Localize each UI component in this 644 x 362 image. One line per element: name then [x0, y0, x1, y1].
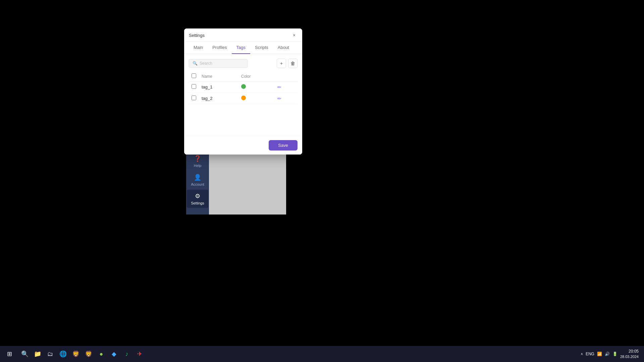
- battery-icon: 🔋: [612, 352, 618, 356]
- header-name: Name: [199, 71, 238, 81]
- tags-table: Name Color tag_1 ✏ tag_2: [189, 71, 298, 104]
- taskbar-app3[interactable]: ✈: [133, 348, 146, 360]
- taskbar-spotify[interactable]: ♪: [121, 348, 133, 360]
- table-header-row: Name Color: [189, 71, 298, 81]
- taskbar-brave2[interactable]: 🦁: [83, 348, 95, 360]
- tab-profiles[interactable]: Profiles: [208, 42, 231, 54]
- taskbar-icons: 🔍 📁 🗂 🌐 🦁 🦁 ● ◆ ♪ ✈: [19, 348, 146, 360]
- dialog-titlebar: Settings ×: [184, 28, 302, 42]
- taskbar: ⊞ 🔍 📁 🗂 🌐 🦁 🦁 ● ◆ ♪ ✈ ∧ ENG 📶 🔊 🔋 20:05 …: [0, 346, 644, 362]
- search-input[interactable]: [200, 61, 244, 66]
- wifi-icon: 📶: [597, 352, 602, 356]
- row-checkbox-cell: [189, 93, 199, 104]
- taskbar-clock: 20:05 28.03.2024: [620, 349, 639, 359]
- row-name-1: tag_2: [199, 93, 238, 104]
- dialog-title: Settings: [189, 33, 205, 38]
- row-checkbox-1[interactable]: [192, 96, 196, 100]
- save-button[interactable]: Save: [269, 140, 298, 150]
- edit-icon-1[interactable]: ✏: [277, 96, 281, 101]
- edit-icon-0[interactable]: ✏: [277, 84, 281, 90]
- taskbar-right: ∧ ENG 📶 🔊 🔋 20:05 28.03.2024: [581, 349, 641, 359]
- table-row: tag_2 ✏: [189, 93, 298, 104]
- row-checkbox-cell: [189, 81, 199, 93]
- row-edit-1[interactable]: ✏: [275, 93, 298, 104]
- taskbar-lang: ENG: [586, 352, 594, 356]
- row-checkbox-0[interactable]: [192, 84, 196, 89]
- taskbar-search[interactable]: 🔍: [19, 348, 31, 360]
- tab-tags[interactable]: Tags: [232, 42, 250, 54]
- header-checkbox-cell: [189, 71, 199, 81]
- add-tag-button[interactable]: +: [277, 59, 286, 68]
- tray-area: ∧ ENG 📶 🔊 🔋: [581, 352, 618, 356]
- tabs-container: Main Profiles Tags Scripts About: [184, 42, 302, 54]
- dialog-overlay: Settings × Main Profiles Tags Scripts Ab…: [0, 0, 644, 349]
- speaker-icon[interactable]: 🔊: [605, 352, 610, 356]
- taskbar-chrome[interactable]: 🌐: [57, 348, 69, 360]
- dialog-content: 🔍 + 🗑 Name Color: [184, 54, 302, 109]
- header-color: Color: [238, 71, 275, 81]
- taskbar-brave[interactable]: 🦁: [70, 348, 82, 360]
- settings-dialog: Settings × Main Profiles Tags Scripts Ab…: [184, 28, 302, 155]
- taskbar-files[interactable]: 📁: [32, 348, 44, 360]
- row-color-0: [238, 81, 275, 93]
- select-all-checkbox[interactable]: [192, 73, 196, 78]
- tab-main[interactable]: Main: [189, 42, 208, 54]
- header-actions: [275, 71, 298, 81]
- close-button[interactable]: ×: [291, 32, 298, 39]
- taskbar-date-display: 28.03.2024: [620, 354, 639, 359]
- search-actions: + 🗑: [277, 59, 298, 68]
- row-name-0: tag_1: [199, 81, 238, 93]
- taskbar-app2[interactable]: ◆: [108, 348, 120, 360]
- row-edit-0[interactable]: ✏: [275, 81, 298, 93]
- taskbar-explorer[interactable]: 🗂: [44, 348, 56, 360]
- search-icon: 🔍: [193, 61, 198, 66]
- tab-scripts[interactable]: Scripts: [250, 42, 273, 54]
- search-bar: 🔍 + 🗑: [189, 59, 298, 68]
- tab-about[interactable]: About: [273, 42, 294, 54]
- table-row: tag_1 ✏: [189, 81, 298, 93]
- delete-tag-button[interactable]: 🗑: [288, 59, 298, 68]
- taskbar-app1[interactable]: ●: [95, 348, 107, 360]
- search-input-wrap: 🔍: [189, 59, 248, 68]
- row-color-1: [238, 93, 275, 104]
- chevron-up-icon[interactable]: ∧: [581, 352, 583, 356]
- dialog-footer: Save: [184, 136, 302, 155]
- taskbar-time-display: 20:05: [620, 349, 639, 354]
- start-button[interactable]: ⊞: [3, 347, 16, 361]
